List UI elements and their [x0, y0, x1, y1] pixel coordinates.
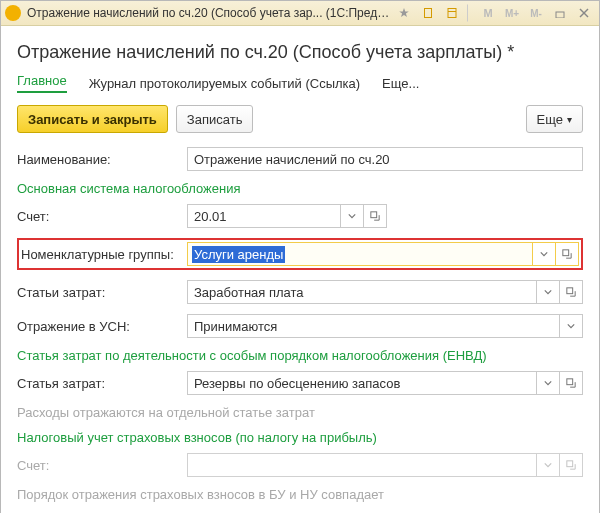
- toolbar: Записать и закрыть Записать Еще▾: [17, 105, 583, 133]
- titlebar-mminus-icon[interactable]: M-: [525, 4, 547, 22]
- section-tax: Основная система налогообложения: [17, 181, 583, 196]
- envd-cost-open-icon[interactable]: [560, 371, 583, 395]
- svg-rect-7: [563, 250, 569, 256]
- account-open-icon[interactable]: [364, 204, 387, 228]
- titlebar-calc-icon[interactable]: [441, 4, 463, 22]
- tab-log[interactable]: Журнал протоколируемых событий (Ссылка): [89, 76, 360, 91]
- input-cost-items[interactable]: [187, 280, 537, 304]
- label-cost-items: Статьи затрат:: [17, 285, 187, 300]
- tab-more[interactable]: Еще...: [382, 76, 419, 91]
- app-icon: [5, 5, 21, 21]
- label-name: Наименование:: [17, 152, 187, 167]
- ins-account-dropdown-icon: [537, 453, 560, 477]
- save-close-button[interactable]: Записать и закрыть: [17, 105, 168, 133]
- label-usn: Отражение в УСН:: [17, 319, 187, 334]
- more-button-label: Еще: [537, 112, 563, 127]
- label-nomgroup: Номенклатурные группы:: [21, 247, 187, 262]
- field-cost-items: [187, 280, 583, 304]
- field-envd-cost: [187, 371, 583, 395]
- envd-cost-dropdown-icon[interactable]: [537, 371, 560, 395]
- page-title: Отражение начислений по сч.20 (Способ уч…: [17, 42, 583, 63]
- row-name: Наименование:: [17, 147, 583, 171]
- title-bar: Отражение начислений по сч.20 (Способ уч…: [1, 1, 599, 26]
- input-usn[interactable]: [187, 314, 560, 338]
- label-account: Счет:: [17, 209, 187, 224]
- envd-hint: Расходы отражаются на отдельной статье з…: [17, 405, 583, 420]
- cost-items-dropdown-icon[interactable]: [537, 280, 560, 304]
- label-envd-cost: Статья затрат:: [17, 376, 187, 391]
- input-envd-cost[interactable]: [187, 371, 537, 395]
- svg-rect-9: [567, 379, 573, 385]
- row-nomgroup: Номенклатурные группы: Услуги аренды: [21, 242, 579, 266]
- svg-rect-10: [567, 461, 573, 467]
- input-name[interactable]: [187, 147, 583, 171]
- minimize-icon[interactable]: [549, 4, 571, 22]
- svg-rect-1: [448, 9, 456, 18]
- field-ins-account: [187, 453, 583, 477]
- account-dropdown-icon[interactable]: [341, 204, 364, 228]
- label-ins-account: Счет:: [17, 458, 187, 473]
- row-cost-items: Статьи затрат:: [17, 280, 583, 304]
- input-account[interactable]: [187, 204, 341, 228]
- app-window: Отражение начислений по сч.20 (Способ уч…: [0, 0, 600, 513]
- nomgroup-open-icon[interactable]: [556, 242, 579, 266]
- highlight-nomgroup: Номенклатурные группы: Услуги аренды: [17, 238, 583, 270]
- titlebar-attach-icon[interactable]: [417, 4, 439, 22]
- window-title: Отражение начислений по сч.20 (Способ уч…: [27, 6, 391, 20]
- nomgroup-selected-value: Услуги аренды: [192, 246, 285, 263]
- section-envd: Статья затрат по деятельности с особым п…: [17, 348, 583, 363]
- row-usn: Отражение в УСН:: [17, 314, 583, 338]
- ins-account-open-icon: [560, 453, 583, 477]
- field-nomgroup: Услуги аренды: [187, 242, 579, 266]
- chevron-down-icon: ▾: [567, 114, 572, 125]
- cost-items-open-icon[interactable]: [560, 280, 583, 304]
- more-button[interactable]: Еще▾: [526, 105, 583, 133]
- titlebar-m-icon[interactable]: M: [477, 4, 499, 22]
- row-account: Счет:: [17, 204, 583, 228]
- save-button[interactable]: Записать: [176, 105, 254, 133]
- field-name: [187, 147, 583, 171]
- field-account: [187, 204, 387, 228]
- section-insurance: Налоговый учет страховых взносов (по нал…: [17, 430, 583, 445]
- field-usn: [187, 314, 583, 338]
- close-icon[interactable]: [573, 4, 595, 22]
- titlebar-sep-icon: [467, 4, 475, 22]
- svg-rect-6: [371, 212, 377, 218]
- tab-bar: Главное Журнал протоколируемых событий (…: [17, 73, 583, 93]
- tab-main[interactable]: Главное: [17, 73, 67, 93]
- row-ins-account: Счет:: [17, 453, 583, 477]
- svg-rect-8: [567, 288, 573, 294]
- svg-rect-3: [556, 12, 564, 18]
- input-nomgroup[interactable]: Услуги аренды: [187, 242, 533, 266]
- input-ins-account: [187, 453, 537, 477]
- nomgroup-dropdown-icon[interactable]: [533, 242, 556, 266]
- svg-rect-0: [425, 9, 432, 18]
- row-envd-cost: Статья затрат:: [17, 371, 583, 395]
- titlebar-mplus-icon[interactable]: M+: [501, 4, 523, 22]
- usn-dropdown-icon[interactable]: [560, 314, 583, 338]
- content-area: Отражение начислений по сч.20 (Способ уч…: [1, 26, 599, 513]
- titlebar-favorite-icon[interactable]: [393, 4, 415, 22]
- bottom-hint: Порядок отражения страховых взносов в БУ…: [17, 487, 583, 502]
